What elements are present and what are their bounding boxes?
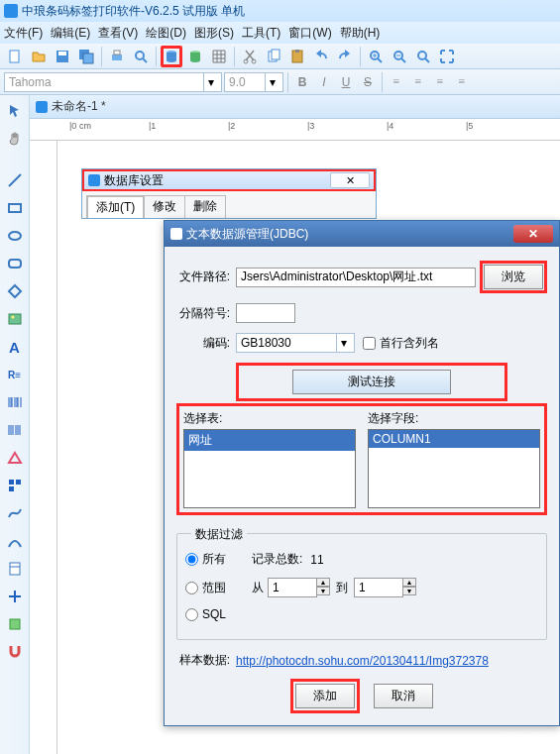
to-label: 到 bbox=[336, 580, 348, 596]
to-spinner[interactable]: ▲▼ bbox=[354, 578, 416, 597]
select-field-list[interactable]: COLUMN1 bbox=[368, 429, 540, 508]
save-icon[interactable] bbox=[52, 46, 73, 67]
richtext-tool-icon[interactable]: R≡ bbox=[3, 363, 27, 386]
chevron-down-icon[interactable]: ▾ bbox=[336, 334, 350, 352]
cancel-button[interactable]: 取消 bbox=[374, 684, 433, 708]
dialog-header[interactable]: 文本数据源管理(JDBC) ✕ bbox=[165, 221, 559, 247]
separator bbox=[360, 47, 361, 66]
svg-rect-36 bbox=[9, 486, 14, 491]
strike-icon[interactable]: S bbox=[358, 72, 378, 92]
ellipse-tool-icon[interactable] bbox=[3, 224, 27, 248]
font-name-input[interactable] bbox=[5, 75, 203, 89]
close-button[interactable]: ✕ bbox=[330, 172, 370, 188]
sample-label: 样本数据: bbox=[176, 652, 236, 669]
align-center-icon[interactable]: ≡ bbox=[408, 72, 428, 92]
svg-rect-6 bbox=[114, 51, 120, 54]
filter-all-radio[interactable] bbox=[185, 553, 198, 566]
align-right-icon[interactable]: ≡ bbox=[430, 72, 450, 92]
zoom100-icon[interactable] bbox=[412, 46, 434, 67]
spin-up-icon[interactable]: ▲ bbox=[402, 578, 416, 587]
font-name-combo[interactable]: ▾ bbox=[4, 72, 222, 92]
encoding-combo[interactable]: ▾ bbox=[236, 333, 355, 353]
saveall-icon[interactable] bbox=[75, 46, 97, 67]
grid-icon[interactable] bbox=[208, 46, 230, 67]
select-table-list[interactable]: 网址 bbox=[183, 429, 356, 508]
list-item[interactable]: COLUMN1 bbox=[369, 430, 539, 448]
menu-draw[interactable]: 绘图(D) bbox=[146, 25, 186, 42]
filepath-input[interactable] bbox=[236, 268, 476, 287]
arrow-tool-icon[interactable] bbox=[3, 99, 27, 123]
delimiter-input[interactable] bbox=[236, 303, 295, 323]
bezier-tool-icon[interactable] bbox=[3, 529, 27, 553]
qrcode-tool-icon[interactable] bbox=[3, 474, 27, 497]
test-connection-button[interactable]: 测试连接 bbox=[292, 370, 451, 394]
open-icon[interactable] bbox=[28, 46, 50, 67]
align-left-icon[interactable]: ≡ bbox=[387, 72, 406, 92]
menu-window[interactable]: 窗口(W) bbox=[288, 25, 331, 42]
encoding-input[interactable] bbox=[237, 336, 336, 350]
new-icon[interactable] bbox=[4, 46, 26, 67]
tab-add[interactable]: 添加(T) bbox=[86, 195, 145, 218]
database-icon[interactable] bbox=[161, 46, 182, 67]
menu-view[interactable]: 查看(V) bbox=[98, 25, 138, 42]
spin-up-icon[interactable]: ▲ bbox=[316, 578, 330, 587]
document-tab[interactable]: 未命名-1 * bbox=[30, 95, 560, 119]
menu-edit[interactable]: 编辑(E) bbox=[51, 25, 90, 42]
image-tool-icon[interactable] bbox=[3, 307, 27, 331]
paste-icon[interactable] bbox=[286, 46, 308, 67]
database2-icon[interactable] bbox=[184, 46, 206, 67]
menu-file[interactable]: 文件(F) bbox=[4, 25, 43, 42]
triangle-tool-icon[interactable] bbox=[3, 446, 27, 470]
filter-range-radio[interactable] bbox=[185, 582, 198, 594]
chevron-down-icon[interactable]: ▾ bbox=[203, 73, 217, 91]
rect-tool-icon[interactable] bbox=[3, 196, 27, 220]
redo-icon[interactable] bbox=[334, 46, 356, 67]
preview-icon[interactable] bbox=[130, 46, 152, 67]
print-icon[interactable] bbox=[106, 46, 128, 67]
sheet-tool-icon[interactable] bbox=[3, 557, 27, 581]
zoomin-icon[interactable] bbox=[365, 46, 387, 67]
hand-tool-icon[interactable] bbox=[3, 127, 27, 151]
chevron-down-icon[interactable]: ▾ bbox=[265, 73, 279, 91]
list-item[interactable]: 网址 bbox=[184, 430, 355, 451]
to-input[interactable] bbox=[354, 578, 403, 597]
underline-icon[interactable]: U bbox=[336, 72, 356, 92]
svg-point-28 bbox=[9, 232, 21, 240]
roundrect-tool-icon[interactable] bbox=[3, 252, 27, 275]
zoomout-icon[interactable] bbox=[389, 46, 410, 67]
line-tool-icon[interactable] bbox=[3, 168, 27, 192]
italic-icon[interactable]: I bbox=[314, 72, 334, 92]
from-input[interactable] bbox=[268, 578, 317, 597]
tab-delete[interactable]: 删除 bbox=[184, 195, 226, 218]
fullscreen-icon[interactable] bbox=[436, 46, 458, 67]
add-button[interactable]: 添加 bbox=[295, 684, 355, 708]
bold-icon[interactable]: B bbox=[292, 72, 312, 92]
undo-icon[interactable] bbox=[310, 46, 332, 67]
close-icon[interactable]: ✕ bbox=[513, 225, 553, 243]
sample-link[interactable]: http://photocdn.sohu.com/20130411/Img372… bbox=[236, 654, 489, 668]
text-tool-icon[interactable]: A bbox=[3, 335, 27, 359]
spin-down-icon[interactable]: ▼ bbox=[402, 587, 416, 595]
tab-edit[interactable]: 修改 bbox=[144, 195, 185, 218]
font-size-combo[interactable]: ▾ bbox=[224, 72, 283, 92]
spin-down-icon[interactable]: ▼ bbox=[316, 587, 330, 595]
plugin-tool-icon[interactable] bbox=[3, 612, 27, 636]
from-spinner[interactable]: ▲▼ bbox=[268, 578, 330, 597]
menu-shape[interactable]: 图形(S) bbox=[194, 25, 234, 42]
menu-tools[interactable]: 工具(T) bbox=[242, 25, 280, 42]
curve-tool-icon[interactable] bbox=[3, 501, 27, 525]
menu-help[interactable]: 帮助(H) bbox=[340, 25, 381, 42]
font-size-input[interactable] bbox=[225, 75, 265, 89]
cut-icon[interactable] bbox=[239, 46, 261, 67]
doc-icon bbox=[36, 101, 48, 113]
copy-icon[interactable] bbox=[263, 46, 284, 67]
cross-tool-icon[interactable] bbox=[3, 585, 27, 608]
align-justify-icon[interactable]: ≡ bbox=[452, 72, 472, 92]
polygon-tool-icon[interactable] bbox=[3, 279, 27, 303]
barcode-tool-icon[interactable] bbox=[3, 390, 27, 414]
magnet-tool-icon[interactable] bbox=[3, 640, 27, 664]
barcode2-tool-icon[interactable] bbox=[3, 418, 27, 442]
filter-sql-radio[interactable] bbox=[185, 608, 198, 621]
browse-button[interactable]: 浏览 bbox=[484, 265, 543, 289]
first-row-checkbox[interactable] bbox=[363, 337, 376, 350]
